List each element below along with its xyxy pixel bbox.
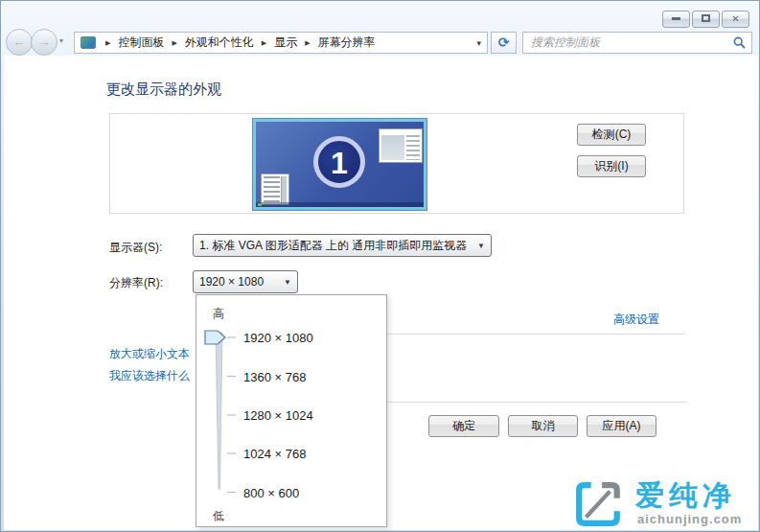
display-preview-box: 1 检测(C) 识别(I)	[109, 113, 684, 214]
resolution-low-label: 低	[213, 508, 224, 524]
maximize-button[interactable]	[692, 11, 720, 28]
separator	[387, 334, 685, 335]
watermark-domain: aichunjing.com	[637, 512, 742, 526]
monitor-number-badge: 1	[313, 136, 365, 188]
breadcrumb-appearance[interactable]: 外观和个性化	[185, 35, 254, 51]
minimize-button[interactable]	[662, 11, 690, 28]
resolution-option[interactable]: 1280 × 1024	[243, 408, 313, 423]
resolution-option[interactable]: 1920 × 1080	[243, 331, 313, 345]
forward-button[interactable]: →	[31, 29, 58, 56]
close-icon: ✕	[731, 13, 739, 24]
dropdown-arrow-icon: ▼	[477, 242, 485, 250]
identify-button[interactable]: 识别(I)	[577, 155, 646, 177]
what-display-settings-link[interactable]: 我应该选择什么	[109, 368, 190, 384]
watermark-name: 爱纯净	[635, 476, 736, 516]
monitor-preview[interactable]: 1	[253, 119, 426, 210]
display-dropdown[interactable]: 1. 标准 VGA 图形适配器 上的 通用非即插即用监视器 ▼	[193, 234, 492, 257]
maximize-icon	[702, 14, 710, 22]
resolution-label: 分辨率(R):	[109, 275, 163, 291]
refresh-button[interactable]: ⟳	[491, 32, 517, 54]
display-label: 显示器(S):	[109, 240, 162, 256]
breadcrumb-screen-resolution[interactable]: 屏幕分辨率	[318, 35, 376, 51]
mini-start-icon	[258, 203, 262, 206]
display-dropdown-value: 1. 标准 VGA 图形适配器 上的 通用非即插即用监视器	[199, 238, 473, 254]
minimize-icon	[672, 17, 680, 20]
crumb-separator-icon: ▶	[262, 39, 266, 47]
resolution-option[interactable]: 1024 × 768	[243, 447, 306, 461]
mini-window-icon	[379, 128, 423, 163]
slider-track[interactable]	[216, 333, 222, 489]
ok-button[interactable]: 确定	[428, 415, 499, 437]
resize-text-link[interactable]: 放大或缩小文本	[109, 346, 190, 362]
breadcrumb-control-panel[interactable]: 控制面板	[118, 35, 164, 51]
mini-taskbar-icon	[256, 202, 424, 207]
search-icon	[733, 36, 746, 49]
resolution-dropdown-value: 1920 × 1080	[199, 275, 280, 289]
recent-pages-chevron-icon[interactable]: ▾	[59, 36, 63, 45]
crumb-separator-icon: ▶	[305, 39, 310, 47]
search-input[interactable]: 搜索控制面板	[522, 32, 752, 54]
resolution-panel: 高 1920 × 1080 1360 × 768 1280 × 1024 102…	[196, 294, 387, 527]
resolution-option[interactable]: 1360 × 768	[243, 370, 306, 384]
breadcrumb-display[interactable]: 显示	[274, 35, 297, 51]
search-placeholder: 搜索控制面板	[523, 35, 733, 51]
watermark-logo: 爱纯净 aichunjing.com	[574, 480, 760, 530]
aichunjing-logo-icon	[574, 480, 624, 528]
dropdown-arrow-icon: ▼	[284, 278, 291, 287]
close-button[interactable]: ✕	[722, 11, 749, 28]
advanced-settings-link[interactable]: 高级设置	[613, 312, 659, 328]
screen-resolution-window: ✕ ← → ▾ ▶ 控制面板 ▶ 外观和个性化 ▶ 显示 ▶ 屏幕分辨率 ▾ ⟳…	[0, 0, 760, 532]
refresh-icon: ⟳	[498, 35, 510, 50]
breadcrumb[interactable]: ▶ 控制面板 ▶ 外观和个性化 ▶ 显示 ▶ 屏幕分辨率 ▾	[74, 32, 488, 54]
resolution-option[interactable]: 800 × 600	[243, 486, 299, 500]
crumb-separator-icon: ▶	[105, 39, 110, 47]
apply-button[interactable]: 应用(A)	[587, 415, 656, 437]
page-title: 更改显示器的外观	[106, 81, 221, 99]
back-button[interactable]: ←	[6, 29, 33, 56]
back-icon: ←	[13, 35, 26, 49]
crumb-separator-icon: ▶	[172, 39, 176, 47]
control-panel-icon	[81, 36, 96, 49]
breadcrumb-dropdown-icon[interactable]: ▾	[476, 38, 483, 48]
resolution-dropdown[interactable]: 1920 × 1080 ▼	[193, 270, 298, 293]
mini-dialog-icon	[261, 173, 289, 205]
detect-button[interactable]: 检测(C)	[577, 124, 646, 146]
separator	[387, 402, 687, 403]
forward-icon: →	[38, 35, 51, 49]
window-controls: ✕	[662, 11, 749, 28]
content-pane: 更改显示器的外观 1 检测(C) 识别(I) 显示器(S): 1. 标准 VGA…	[4, 56, 758, 530]
cancel-button[interactable]: 取消	[508, 415, 578, 437]
